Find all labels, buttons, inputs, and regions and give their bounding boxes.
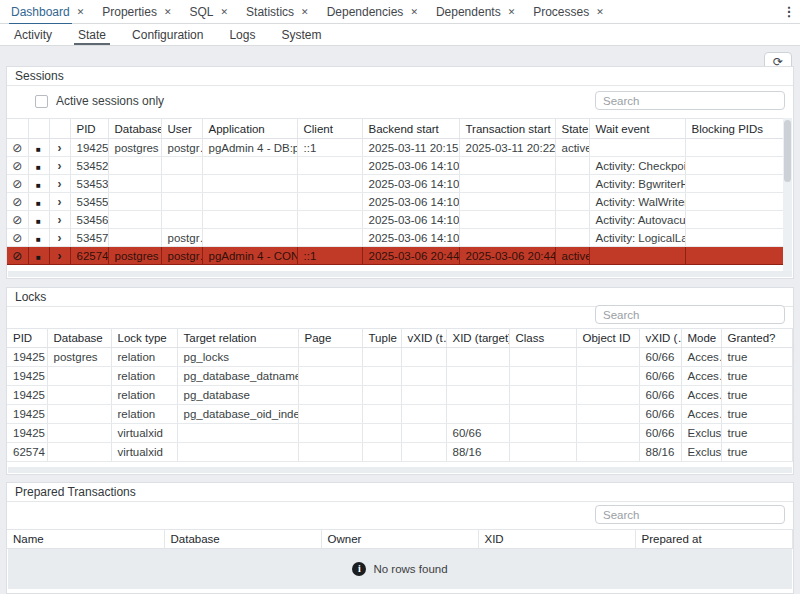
locks-search-input[interactable] [595,305,785,324]
cell: pg_database_oid_index [177,405,298,424]
column-header-backend-start[interactable]: Backend start [362,119,459,139]
table-row[interactable]: 19425virtualxid60/6660/66Exclusi…true [7,424,793,443]
column-header-owner[interactable]: Owner [321,530,478,549]
table-row[interactable]: 19425relationpg_database_oid_index60/66A… [7,405,793,424]
table-row[interactable]: ⊘■›534522025-03-06 14:10:11 …Activity: C… [7,157,786,175]
tab-menu-kebab-icon[interactable]: ⋮ [781,2,797,22]
tab-properties[interactable]: Properties ✕ [93,0,180,23]
expand-row-button[interactable]: › [58,159,62,173]
cell [685,247,786,265]
icon-cell: ■ [28,175,49,193]
tab-processes[interactable]: Processes ✕ [524,0,613,23]
column-header-page[interactable]: Page [298,329,362,348]
table-row[interactable]: ⊘■›19425postgrespostgr…pgAdmin 4 - DB:po… [7,139,786,157]
cancel-session-button[interactable]: ⊘ [12,159,22,173]
column-header-prepared-at[interactable]: Prepared at [635,530,793,549]
column-header-pid[interactable]: PID [7,329,47,348]
sessions-scrollbar-track[interactable] [783,118,792,272]
tab-dependencies[interactable]: Dependencies ✕ [318,0,427,23]
close-tab-icon[interactable]: ✕ [596,1,604,23]
cancel-session-button[interactable]: ⊘ [12,141,22,155]
subtab-system[interactable]: System [268,24,334,45]
subtab-configuration[interactable]: Configuration [119,24,216,45]
table-row[interactable]: ⊘■›534562025-03-06 14:10:11 …Activity: A… [7,211,786,229]
column-header-transaction-start[interactable]: Transaction start [459,119,555,139]
column-header-blocking-pids[interactable]: Blocking PIDs [685,119,786,139]
subtab-activity[interactable]: Activity [1,24,65,45]
expand-row-button[interactable]: › [58,195,62,209]
cell [108,211,161,229]
column-header-user[interactable]: User [161,119,202,139]
terminate-session-button[interactable]: ■ [36,217,41,226]
table-row[interactable]: ⊘■›62574postgrespostgr…pgAdmin 4 - CONN:… [7,247,786,265]
tab-dashboard[interactable]: Dashboard ✕ [2,0,93,23]
column-header-mode[interactable]: Mode [681,329,721,348]
cell [161,211,202,229]
cell: 62574 [70,247,108,265]
cancel-session-button[interactable]: ⊘ [12,231,22,245]
terminate-session-button[interactable]: ■ [36,163,41,172]
tab-dependents[interactable]: Dependents ✕ [427,0,524,23]
subtab-state[interactable]: State [65,24,119,45]
terminate-session-button[interactable]: ■ [36,253,41,262]
column-header-vxid-t-[interactable]: vXID (t… [401,329,446,348]
cell [401,367,446,386]
close-tab-icon[interactable]: ✕ [77,1,85,23]
column-header-object-id[interactable]: Object ID [576,329,639,348]
close-tab-icon[interactable]: ✕ [410,1,418,23]
sessions-search-input[interactable] [595,91,785,110]
terminate-session-button[interactable]: ■ [36,181,41,190]
column-header-state[interactable]: State [555,119,589,139]
column-header-vxid-[interactable]: vXID (… [639,329,681,348]
column-header-xid-target-[interactable]: XID (target) [446,329,509,348]
close-tab-icon[interactable]: ✕ [508,1,516,23]
column-header-database[interactable]: Database [47,329,111,348]
column-header-xid[interactable]: XID [478,530,635,549]
column-header-client[interactable]: Client [297,119,362,139]
table-row[interactable]: ⊘■›534552025-03-06 14:10:11 …Activity: W… [7,193,786,211]
terminate-session-button[interactable]: ■ [36,199,41,208]
terminate-session-button[interactable]: ■ [36,235,41,244]
table-row[interactable]: 19425relationpg_database60/66Acces…true [7,386,793,405]
close-tab-icon[interactable]: ✕ [221,1,229,23]
column-header-tuple[interactable]: Tuple [362,329,401,348]
column-header-pid[interactable]: PID [70,119,108,139]
tab-sql[interactable]: SQL ✕ [181,0,238,23]
terminate-session-button[interactable]: ■ [36,145,41,154]
close-tab-icon[interactable]: ✕ [164,1,172,23]
active-sessions-filter[interactable]: Active sessions only [35,94,164,108]
table-row[interactable]: 19425postgresrelationpg_locks60/66Acces…… [7,348,793,367]
cell [362,348,401,367]
table-row[interactable]: 62574virtualxid88/1688/16Exclusi…true [7,443,793,462]
cancel-session-button[interactable]: ⊘ [12,213,22,227]
expand-row-button[interactable]: › [58,249,62,263]
cancel-session-button[interactable]: ⊘ [12,249,22,263]
column-header-name[interactable]: Name [7,530,164,549]
table-row[interactable]: ⊘■›534532025-03-06 14:10:11 …Activity: B… [7,175,786,193]
column-header-lock-type[interactable]: Lock type [111,329,177,348]
close-tab-icon[interactable]: ✕ [301,1,309,23]
table-row[interactable]: ⊘■›53457postgr…2025-03-06 14:10:11 …Acti… [7,229,786,247]
expand-row-button[interactable]: › [58,141,62,155]
active-sessions-checkbox[interactable] [35,95,48,108]
expand-row-button[interactable]: › [58,213,62,227]
column-header-database[interactable]: Database [108,119,161,139]
cell [685,229,786,247]
subtab-logs[interactable]: Logs [216,24,268,45]
expand-row-button[interactable]: › [58,231,62,245]
cancel-session-button[interactable]: ⊘ [12,195,22,209]
column-header-wait-event[interactable]: Wait event [589,119,685,139]
column-header-blank [28,119,49,139]
prepared-search-input[interactable] [595,505,785,524]
column-header-database[interactable]: Database [164,530,321,549]
expand-row-button[interactable]: › [58,177,62,191]
column-header-class[interactable]: Class [509,329,576,348]
cell [446,367,509,386]
table-row[interactable]: 19425relationpg_database_datname_ind…60/… [7,367,793,386]
vertical-scrollbar[interactable] [784,120,791,182]
column-header-application[interactable]: Application [202,119,297,139]
cancel-session-button[interactable]: ⊘ [12,177,22,191]
column-header-granted-[interactable]: Granted? [721,329,793,348]
column-header-target-relation[interactable]: Target relation [177,329,298,348]
tab-statistics[interactable]: Statistics ✕ [237,0,318,23]
